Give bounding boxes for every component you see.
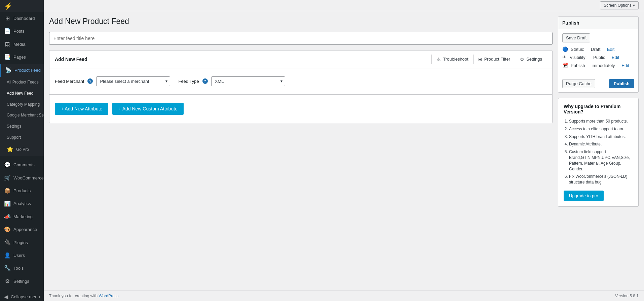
sidebar-item-dashboard[interactable]: ⊞ Dashboard: [0, 12, 44, 25]
publish-edit-link[interactable]: Edit: [621, 63, 629, 68]
merchant-select[interactable]: Please select a merchant: [96, 76, 170, 86]
sidebar-submenu-settings[interactable]: Settings: [0, 121, 44, 132]
troubleshoot-button[interactable]: ⚠ Troubleshoot: [431, 55, 473, 64]
sidebar-item-users[interactable]: 👤 Users: [0, 249, 44, 262]
product-feed-submenu: All Product Feeds Add New Feed Category …: [0, 77, 44, 156]
footer-wordpress-link[interactable]: WordPress: [99, 294, 118, 298]
add-attribute-label: + Add New Attribute: [61, 106, 102, 111]
collapse-menu-label: Collapse menu: [11, 294, 40, 300]
support-label: Support: [7, 135, 21, 140]
sidebar-submenu-google-merchant[interactable]: Google Merchant Settings: [0, 110, 44, 121]
product-filter-button[interactable]: ⊞ Product Filter: [473, 55, 515, 64]
sidebar-submenu-add-new-feed[interactable]: Add New Feed: [0, 88, 44, 99]
sidebar-item-comments[interactable]: 💬 Comments: [0, 159, 44, 171]
visibility-edit-link[interactable]: Edit: [612, 55, 619, 60]
upgrade-list-item-3: Dynamic Attribute.: [569, 141, 633, 147]
feed-type-group: Feed Type ? XML: [178, 76, 285, 86]
plugins-icon: 🔌: [4, 239, 11, 246]
upgrade-box: Why upgrade to Premium Version? Supports…: [558, 98, 639, 207]
sidebar-submenu-go-pro[interactable]: ⭐ Go Pro: [0, 143, 44, 156]
feed-merchant-help-icon[interactable]: ?: [87, 78, 93, 84]
footer: Thank you for creating with WordPress. V…: [44, 291, 644, 301]
google-merchant-label: Google Merchant Settings: [7, 112, 44, 118]
pages-icon: 📑: [4, 54, 11, 61]
go-pro-label: Go Pro: [16, 147, 29, 153]
marketing-icon: 📣: [4, 213, 11, 221]
sidebar-item-tools[interactable]: 🔧 Tools: [0, 262, 44, 275]
sidebar-item-label: Marketing: [13, 214, 33, 220]
add-new-feed-title: Add New Feed: [55, 57, 87, 62]
main-area: Screen Options ▾ Add New Product Feed Ad…: [44, 0, 644, 301]
publish-time-meta: 📅 Publish immediately Edit: [562, 63, 634, 68]
merchant-select-wrapper: Please select a merchant: [96, 76, 170, 86]
sidebar-item-product-feed[interactable]: 📡 Product Feed: [0, 64, 44, 77]
screen-options-button[interactable]: Screen Options ▾: [600, 1, 639, 9]
sidebar-item-label: WooCommerce: [13, 175, 44, 181]
sidebar-submenu-category-mapping[interactable]: Category Mapping: [0, 99, 44, 110]
product-feed-icon: 📡: [5, 67, 12, 74]
product-filter-label: Product Filter: [484, 57, 510, 62]
footer-thank-you-text: Thank you for creating with: [49, 294, 98, 298]
warning-icon: ⚠: [437, 57, 441, 62]
footer-left: Thank you for creating with WordPress.: [49, 294, 120, 298]
sidebar-item-posts[interactable]: 📄 Posts: [0, 25, 44, 38]
upgrade-to-pro-button[interactable]: Upgrade to pro: [564, 191, 604, 201]
settings-sub-label: Settings: [7, 124, 21, 129]
status-edit-link[interactable]: Edit: [607, 47, 614, 52]
upgrade-box-title: Why upgrade to Premium Version?: [564, 104, 633, 114]
star-icon: ⭐: [7, 146, 13, 153]
sidebar-item-label: Posts: [13, 28, 25, 34]
publish-button[interactable]: Publish: [609, 79, 634, 88]
upgrade-list-item-0: Supports more than 50 products.: [569, 119, 633, 124]
sidebar-item-label: Plugins: [13, 240, 28, 246]
publish-label: Publish: [571, 63, 585, 68]
sidebar-item-media[interactable]: 🖼 Media: [0, 38, 44, 51]
troubleshoot-label: Troubleshoot: [443, 57, 468, 62]
wp-logo-icon: ⚡: [4, 2, 12, 10]
header-actions: ⚠ Troubleshoot ⊞ Product Filter ⚙ Settin…: [431, 55, 547, 64]
purge-cache-button[interactable]: Purge Cache: [562, 79, 595, 88]
sidebar-item-label: Settings: [13, 278, 29, 285]
publish-box: Publish Save Draft 🔵 Status: Draft Edit …: [558, 16, 639, 93]
feed-title-input[interactable]: [49, 32, 553, 45]
save-draft-button[interactable]: Save Draft: [562, 33, 590, 42]
feed-type-help-icon[interactable]: ?: [202, 78, 208, 84]
sidebar-item-analytics[interactable]: 📊 Analytics: [0, 197, 44, 210]
feed-merchant-label: Feed Merchant: [55, 79, 84, 84]
sidebar-item-label: Products: [13, 188, 31, 194]
all-feeds-label: All Product Feeds: [7, 79, 39, 85]
footer-version: Version 5.8.1: [615, 294, 639, 298]
feed-type-label: Feed Type: [178, 79, 199, 84]
feed-type-select-wrapper: XML: [211, 76, 285, 86]
users-icon: 👤: [4, 252, 11, 259]
sidebar-item-settings[interactable]: ⚙ Settings: [0, 275, 44, 288]
add-new-attribute-button[interactable]: + Add New Attribute: [55, 103, 108, 115]
feed-form-body: Feed Merchant ? Please select a merchant…: [49, 68, 552, 94]
analytics-icon: 📊: [4, 200, 11, 207]
feed-type-select[interactable]: XML: [211, 76, 285, 86]
publish-box-footer: Purge Cache Publish: [558, 75, 638, 92]
sidebar-item-woocommerce[interactable]: 🛒 WooCommerce: [0, 172, 44, 185]
content-area: Add New Product Feed Add New Feed ⚠ Trou…: [44, 11, 644, 291]
status-label: Status:: [571, 47, 584, 52]
sidebar-item-label: Media: [13, 41, 25, 47]
settings-action-label: Settings: [526, 57, 542, 62]
screen-options-label: Screen Options: [604, 3, 632, 8]
sidebar: ⚡ ⊞ Dashboard 📄 Posts 🖼 Media 📑 Pages 📡 …: [0, 0, 44, 301]
feed-merchant-group: Feed Merchant ? Please select a merchant: [55, 76, 170, 86]
visibility-meta: 👁 Visibility: Public Edit: [562, 55, 634, 60]
sidebar-item-appearance[interactable]: 🎨 Appearance: [0, 223, 44, 236]
sidebar-item-marketing[interactable]: 📣 Marketing: [0, 210, 44, 223]
sidebar-submenu-all-feeds[interactable]: All Product Feeds: [0, 77, 44, 88]
sidebar-submenu-support[interactable]: Support: [0, 132, 44, 143]
gear-icon: ⚙: [520, 57, 524, 62]
sidebar-item-products[interactable]: 📦 Products: [0, 185, 44, 197]
sidebar-item-label: Comments: [13, 162, 35, 168]
sidebar-item-plugins[interactable]: 🔌 Plugins: [0, 236, 44, 249]
collapse-menu-button[interactable]: ◀ Collapse menu: [0, 291, 44, 301]
add-new-feed-label: Add New Feed: [7, 91, 33, 96]
settings-action-button[interactable]: ⚙ Settings: [515, 55, 547, 64]
sidebar-item-pages[interactable]: 📑 Pages: [0, 51, 44, 64]
add-new-custom-attribute-button[interactable]: + Add New Custom Attribute: [112, 103, 183, 115]
comments-icon: 💬: [4, 161, 11, 169]
